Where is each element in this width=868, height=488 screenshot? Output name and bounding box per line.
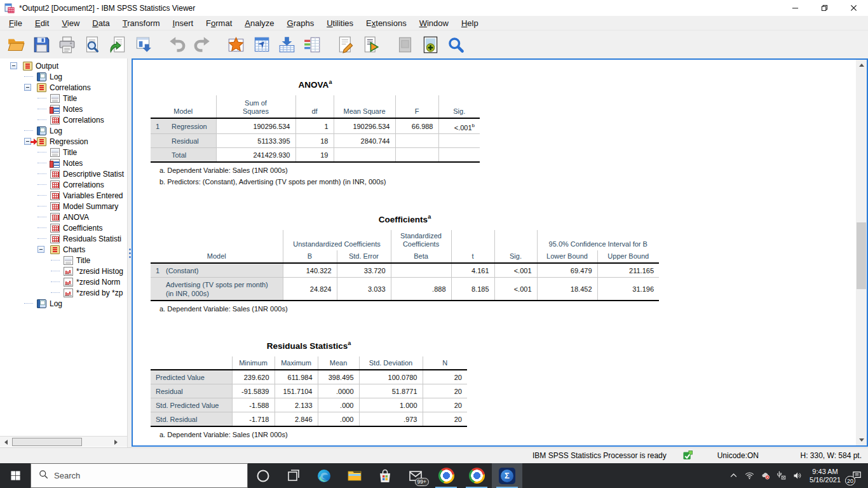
table-icon <box>50 234 60 243</box>
taskbar-file-explorer-button[interactable] <box>339 463 370 488</box>
menu-item[interactable]: File <box>3 17 29 30</box>
tree-item[interactable]: Notes <box>0 158 127 168</box>
tree-horizontal-scrollbar[interactable] <box>0 436 127 447</box>
tree-item[interactable]: Residuals Statisti <box>0 233 127 244</box>
usb-eject-icon[interactable] <box>773 463 789 488</box>
tray-expand-icon[interactable] <box>726 463 742 488</box>
toolbar <box>0 30 868 58</box>
tree-item[interactable]: Correlations <box>0 82 127 93</box>
menu-item[interactable]: Extensions <box>360 17 413 30</box>
table-cell: 2840.744 <box>334 134 395 148</box>
tree-item[interactable]: Title <box>0 255 127 266</box>
menu-item[interactable]: Format <box>200 17 238 30</box>
taskbar-edge-button[interactable] <box>309 463 339 488</box>
table-row: Advertising (TV spots per month) (in INR… <box>151 277 659 301</box>
taskbar-mail-button[interactable]: 99+ <box>400 463 431 488</box>
start-button[interactable] <box>0 463 31 488</box>
tree-item-label: Log <box>50 126 62 135</box>
taskbar-chrome-button[interactable] <box>431 463 461 488</box>
anova-output: ANOVAa Model Sum of Squares df Mean Squa… <box>151 79 480 186</box>
table-icon <box>50 180 60 189</box>
scroll-right-button[interactable] <box>111 437 121 447</box>
tree-item[interactable]: Model Summary <box>0 201 127 212</box>
menu-item[interactable]: Window <box>413 17 455 30</box>
tree-item[interactable]: Correlations <box>0 114 127 125</box>
scroll-left-button[interactable] <box>1 437 11 447</box>
taskbar-chrome-2-button[interactable] <box>461 463 492 488</box>
tree-item[interactable]: Title <box>0 147 127 158</box>
toolbar-run-script-button[interactable] <box>358 32 384 57</box>
tree-item[interactable]: Title <box>0 93 127 104</box>
tree-item[interactable]: Log <box>0 71 127 82</box>
toolbar-insert-syntax-button[interactable] <box>333 32 358 57</box>
table-footnote: a. Dependent Variable: Sales (1NR 000s) <box>159 166 480 174</box>
toolbar-redo-button[interactable] <box>189 32 215 57</box>
taskbar-microsoft-store-button[interactable] <box>370 463 400 488</box>
toolbar-goto-data-button[interactable] <box>248 32 274 57</box>
scrollbar-thumb[interactable] <box>857 222 866 289</box>
volume-icon[interactable] <box>789 463 805 488</box>
tree-item[interactable]: Notes <box>0 104 127 114</box>
minimize-button[interactable] <box>780 0 810 16</box>
tree-item[interactable]: Output <box>0 60 127 71</box>
toolbar-export-button[interactable] <box>105 32 130 57</box>
expand-collapse-icon[interactable] <box>10 62 17 69</box>
restore-button[interactable] <box>810 0 839 16</box>
tree-item[interactable]: Charts <box>0 244 127 255</box>
expand-collapse-icon[interactable] <box>24 84 31 91</box>
tree-item[interactable]: Correlations <box>0 179 127 190</box>
taskbar-spss-button[interactable] <box>492 463 522 488</box>
menu-item[interactable]: Data <box>86 17 116 30</box>
toolbar-find-button[interactable] <box>443 32 468 57</box>
toolbar-variables-button[interactable] <box>299 32 325 57</box>
toolbar-goto-case-button[interactable] <box>274 32 299 57</box>
menu-item[interactable]: Transform <box>116 17 166 30</box>
wifi-icon[interactable] <box>742 463 757 488</box>
table-cell: Residual <box>166 134 216 148</box>
tree-connector <box>37 233 46 239</box>
taskbar-clock[interactable]: 9:43 AM 5/16/2021 <box>805 468 845 484</box>
tree-item[interactable]: Log <box>0 298 127 309</box>
menu-item[interactable]: View <box>55 17 86 30</box>
tree-item[interactable]: *zresid by *zp <box>0 287 127 298</box>
scroll-down-button[interactable] <box>856 435 867 445</box>
table-cell: 2.846 <box>275 412 318 426</box>
menu-item[interactable]: Graphs <box>281 17 321 30</box>
toolbar-undo-button[interactable] <box>164 32 189 57</box>
close-button[interactable] <box>839 0 868 16</box>
menu-item[interactable]: Help <box>455 17 485 30</box>
tree-item[interactable]: Regression <box>0 136 127 147</box>
action-center-button[interactable]: 20 <box>845 463 868 488</box>
taskbar-cortana-button[interactable] <box>248 463 278 488</box>
scroll-up-button[interactable] <box>856 60 867 71</box>
menu-item[interactable]: Utilities <box>320 17 360 30</box>
column-header: Sum of Squares <box>216 95 295 118</box>
toolbar-paste-output-button[interactable] <box>130 32 156 57</box>
table-row: 1Regression190296.5341190296.53466.988<.… <box>151 118 480 134</box>
menu-item[interactable]: Analyze <box>238 17 280 30</box>
scrollbar-thumb[interactable] <box>12 438 82 446</box>
toolbar-open-button[interactable] <box>3 32 29 57</box>
tree-item[interactable]: *zresid Histog <box>0 266 127 276</box>
unicode-status: Unicode:ON <box>717 451 759 460</box>
tree-item[interactable]: Descriptive Statist <box>0 168 127 179</box>
toolbar-recall-dialogs-button[interactable] <box>223 32 248 57</box>
onedrive-icon[interactable] <box>757 463 773 488</box>
toolbar-print-preview-button[interactable] <box>79 32 105 57</box>
tree-item[interactable]: Variables Entered <box>0 190 127 201</box>
tree-item[interactable]: Log <box>0 125 127 136</box>
toolbar-save-button[interactable] <box>29 32 54 57</box>
tree-item[interactable]: Coefficients <box>0 222 127 233</box>
tree-item[interactable]: ANOVA <box>0 212 127 222</box>
search-input[interactable] <box>54 471 226 480</box>
output-vertical-scrollbar[interactable] <box>856 60 867 445</box>
expand-collapse-icon[interactable] <box>37 246 44 253</box>
menu-item[interactable]: Insert <box>166 17 200 30</box>
taskbar-task-view-button[interactable] <box>278 463 309 488</box>
menu-item[interactable]: Edit <box>29 17 55 30</box>
toolbar-designate-window-button[interactable] <box>417 32 443 57</box>
pane-splitter[interactable] <box>127 58 132 447</box>
toolbar-print-button[interactable] <box>54 32 79 57</box>
taskbar-search[interactable] <box>31 463 248 488</box>
tree-item[interactable]: *zresid Norm <box>0 276 127 287</box>
